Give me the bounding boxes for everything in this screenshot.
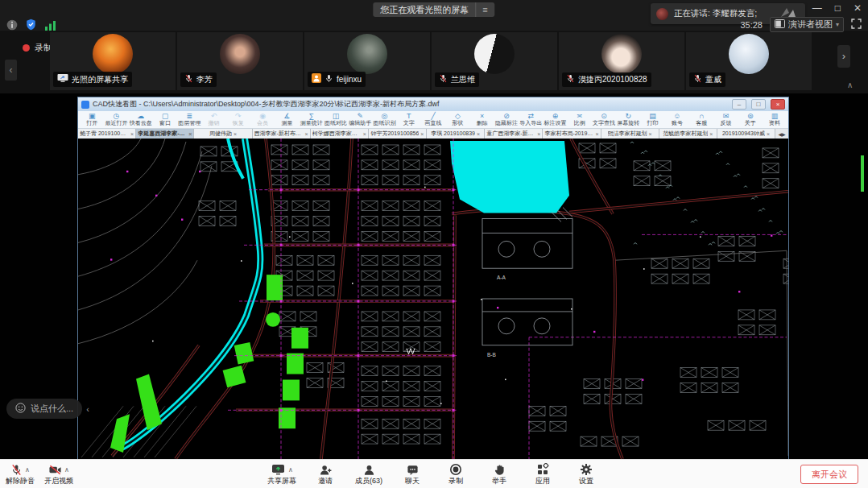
network-info-icon[interactable] [6,19,18,34]
control-members[interactable]: 成员(63) [353,460,384,488]
participant-tile[interactable]: 光照的屏幕共享 [50,32,176,90]
emoji-icon[interactable] [15,403,26,415]
chat-quick-input[interactable]: 说点什么... [6,399,82,419]
cad-tool-5[interactable]: ≣图层管理 [177,111,201,128]
watching-screen-banner[interactable]: 您正在观看光照的屏幕 ≡ [373,2,494,17]
chevron-up-icon[interactable]: ∧ [25,466,30,474]
cad-minimize-button[interactable]: – [732,99,746,110]
cad-document-tab[interactable]: 柯学娜西湖李家村布局× [311,129,369,139]
tab-close-icon[interactable]: × [363,131,366,137]
tab-close-icon[interactable]: × [234,131,237,137]
cad-tool-24[interactable]: ▤打印 [640,111,664,128]
cad-tool-25[interactable]: ☺账号 [665,111,689,128]
cad-tool-23[interactable]: ↻屏幕旋转 [616,111,640,128]
minimize-button[interactable]: — [812,2,822,14]
tab-close-icon[interactable]: × [767,131,770,137]
leave-meeting-button[interactable]: 离开会议 [800,465,858,484]
security-shield-icon[interactable] [25,19,37,34]
cad-tool-label: 打开 [86,120,97,126]
cad-tool-10[interactable]: ∑测量统计 [300,111,324,128]
strip-next-button[interactable]: › [837,45,850,68]
view-mode-selector[interactable]: 演讲者视图 ▾ [770,17,844,32]
control-chat[interactable]: 聊天 [397,460,428,488]
tab-close-icon[interactable]: × [649,131,652,137]
cad-document-tab[interactable]: 周健伟勋× [194,129,252,139]
tab-scroll-arrows[interactable]: ◀▶ [775,129,788,139]
cad-document-tab[interactable]: 李琪 2019100839× [427,129,485,139]
cad-tool-14[interactable]: T文字 [397,111,421,128]
cad-tool-6[interactable]: ↶撤销 [201,111,225,128]
cad-tool-27[interactable]: ✉反馈 [713,111,738,128]
participant-tile[interactable]: feijinxu [304,32,430,90]
participant-tile[interactable]: 漠捷丙2020100828 [559,32,684,90]
cad-document-tab[interactable]: 2019100943钟威× [717,129,775,139]
cad-tool-22[interactable]: ⊙文字查找 [592,111,616,128]
control-settings[interactable]: 设置 [571,460,601,488]
cad-tool-15[interactable]: ╱画直线 [421,111,445,128]
cad-tool-20[interactable]: ⊕标注设置 [543,111,567,128]
maximize-button[interactable]: □ [835,2,841,14]
cad-maximize-button[interactable]: □ [751,99,766,110]
tab-close-icon[interactable]: × [305,131,308,137]
cad-tool-17[interactable]: ×删除 [470,111,494,128]
control-invite[interactable]: 邀请 [310,460,341,488]
participant-tile[interactable]: 童威 [686,32,812,90]
cad-tool-4[interactable]: ▢窗口 [153,111,177,128]
fullscreen-button[interactable] [851,19,862,31]
cad-titlebar[interactable]: CAD快速看图 - C:\Users\Administrator\Desktop… [78,97,788,111]
cad-tool-9[interactable]: ∡测量 [275,111,299,128]
cad-tool-7[interactable]: ↷恢复 [226,111,250,128]
cad-close-button[interactable]: × [771,99,785,110]
cad-tool-12[interactable]: ✎编辑助手 [348,111,372,128]
chevron-up-icon[interactable]: ∧ [64,466,69,474]
cad-tool-21[interactable]: ≍比例 [568,111,592,128]
cad-document-tab[interactable]: 李家村布局-20191009…× [543,129,601,139]
cad-document-tab[interactable]: 鲍子青 2019100881 …× [78,129,136,139]
tab-close-icon[interactable]: × [130,131,134,137]
control-mic-muted[interactable]: ∧解除静音 [5,460,35,488]
cad-tool-3[interactable]: ☁快看云盘 [129,111,153,128]
control-record[interactable]: 录制 [440,460,471,488]
tab-close-icon[interactable]: × [595,131,598,137]
tab-close-icon[interactable]: × [709,131,713,137]
tab-close-icon[interactable]: × [420,131,424,137]
mic-muted-icon [693,74,702,85]
strip-collapse-button[interactable]: ∧ [847,81,853,89]
participant-tile[interactable]: 兰思维 [432,32,557,90]
control-share-screen[interactable]: ∧共享屏幕 [267,460,297,488]
tab-close-icon[interactable]: × [188,131,192,137]
control-apps[interactable]: 应用 [527,460,558,488]
cad-document-tab[interactable]: 范毓皓李家村规划× [659,129,717,139]
cad-document-tab[interactable]: 熙洁李家村规划× [601,129,659,139]
chevron-up-icon[interactable]: ∧ [288,466,293,474]
cad-tool-19[interactable]: ⇄导入导出 [519,111,543,128]
cad-document-tab[interactable]: 童广西湖李家-新村布…× [485,129,543,139]
cad-tool-28[interactable]: ⊚关于 [738,111,763,128]
shared-screen-area: CAD快速看图 - C:\Users\Administrator\Desktop… [0,93,868,459]
cad-tool-2[interactable]: ◷最近打开 [104,111,128,128]
tab-close-icon[interactable]: × [477,131,480,137]
tab-close-icon[interactable]: × [537,131,540,137]
cad-document-tab[interactable]: 钟宇芳2019100856× [369,129,427,139]
cad-tool-label: 资料 [769,120,780,126]
cad-tool-11[interactable]: ◫图纸对比 [324,111,348,128]
cad-tool-icon: T [407,113,411,120]
cad-tool-18[interactable]: ⊘隐藏标注 [494,111,519,128]
close-button[interactable]: ✕ [854,2,862,14]
strip-prev-button[interactable]: ‹ [5,60,17,81]
control-camera-off[interactable]: ∧开启视频 [43,460,74,488]
cad-tool-29[interactable]: ▥资料 [763,111,787,128]
cad-tool-13[interactable]: ◎图纸识别 [372,111,396,128]
cad-tool-16[interactable]: ◇形状 [445,111,469,128]
meeting-header: 您正在观看光照的屏幕 ≡ 正在讲话: 李耀群发言; — □ ✕ 35:28 演讲… [0,0,868,31]
svg-text:A-A: A-A [497,275,506,280]
control-raise-hand[interactable]: 举手 [484,460,515,488]
cad-tool-1[interactable]: ▣打开 [80,111,104,128]
cad-document-tab[interactable]: 李延嘉西湖李家-新村-× [136,129,194,139]
participant-tile[interactable]: 李芳 [177,32,303,90]
cad-document-tab[interactable]: 西湖李家-新村布局方…× [253,129,311,139]
banner-menu-icon[interactable]: ≡ [475,2,487,17]
chat-collapse-button[interactable]: ‹ [86,404,89,414]
cad-tool-26[interactable]: ∩客服 [689,111,713,128]
cad-tool-8[interactable]: ◉会员 [250,111,275,128]
